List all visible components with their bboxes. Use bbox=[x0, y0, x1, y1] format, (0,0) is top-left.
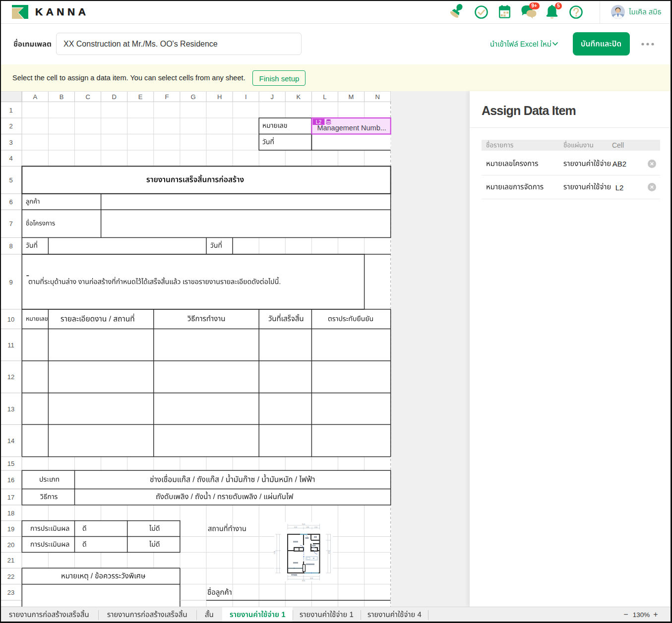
svg-text:2,00: 2,00 bbox=[314, 526, 317, 528]
svg-text:4,50: 4,50 bbox=[294, 574, 297, 576]
svg-text:9,10: 9,10 bbox=[328, 551, 330, 554]
svg-text:4,50: 4,50 bbox=[294, 526, 297, 528]
svg-text:8,00: 8,00 bbox=[302, 523, 305, 525]
svg-text:3,50: 3,50 bbox=[310, 577, 313, 579]
svg-text:1,80: 1,80 bbox=[306, 526, 309, 528]
svg-text:9,10: 9,10 bbox=[274, 551, 276, 554]
svg-text:8,00: 8,00 bbox=[302, 580, 305, 582]
